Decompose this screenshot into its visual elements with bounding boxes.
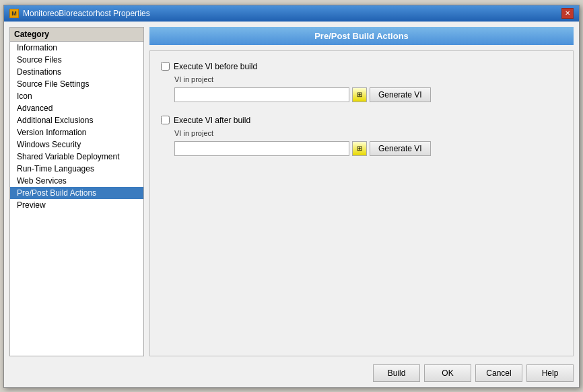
sidebar-item-additional-exclusions[interactable]: Additional Exclusions [10,114,143,126]
sidebar-item-source-file-settings[interactable]: Source File Settings [10,78,143,90]
vi-before-input[interactable] [174,87,349,102]
execute-before-row: Execute VI before build [161,62,562,71]
sidebar-item-shared-variable-deployment[interactable]: Shared Variable Deployment [10,151,143,163]
main-window: M MonitoreoBioreactorhost Properties ✕ C… [3,5,580,388]
browse-icon-after: ⊞ [357,145,362,152]
execute-before-label: Execute VI before build [174,62,257,71]
sidebar-item-icon[interactable]: Icon [10,90,143,102]
title-bar: M MonitoreoBioreactorhost Properties ✕ [4,5,579,22]
vi-after-input[interactable] [174,141,349,156]
title-controls: ✕ [561,8,574,19]
sidebar-item-version-information[interactable]: Version Information [10,126,143,139]
sidebar-item-web-services[interactable]: Web Services [10,175,143,187]
main-content: Category InformationSource FilesDestinat… [9,27,574,356]
window-icon: M [9,9,19,18]
build-button[interactable]: Build [373,364,420,382]
vi-after-input-row: ⊞ Generate VI [174,141,562,156]
browse-icon: ⊞ [357,91,362,98]
execute-before-checkbox[interactable] [161,62,170,71]
after-build-section: Execute VI after build VI in project ⊞ G… [161,116,562,156]
generate-before-button[interactable]: Generate VI [370,87,431,102]
sidebar-item-destinations[interactable]: Destinations [10,66,143,78]
close-button[interactable]: ✕ [561,8,574,19]
sidebar-category: Category [10,28,143,42]
vi-before-browse-button[interactable]: ⊞ [352,87,367,102]
window-body: Category InformationSource FilesDestinat… [4,22,579,387]
right-panel: Pre/Post Build Actions Execute VI before… [149,27,574,356]
help-button[interactable]: Help [526,364,574,382]
footer: Build OK Cancel Help [9,362,574,382]
execute-after-label: Execute VI after build [174,116,250,125]
execute-after-row: Execute VI after build [161,116,562,125]
sidebar-item-information[interactable]: Information [10,42,143,54]
vi-before-label: VI in project [174,75,562,83]
generate-after-button[interactable]: Generate VI [370,141,431,156]
title-bar-left: M MonitoreoBioreactorhost Properties [9,9,150,18]
vi-after-browse-button[interactable]: ⊞ [352,141,367,156]
sidebar: Category InformationSource FilesDestinat… [9,27,144,356]
vi-before-input-row: ⊞ Generate VI [174,87,562,102]
before-build-section: Execute VI before build VI in project ⊞ … [161,62,562,102]
execute-after-checkbox[interactable] [161,116,170,124]
sidebar-item-advanced[interactable]: Advanced [10,102,143,114]
panel-content: Execute VI before build VI in project ⊞ … [149,50,574,356]
window-title: MonitoreoBioreactorhost Properties [23,9,150,18]
sidebar-item-windows-security[interactable]: Windows Security [10,139,143,151]
sidebar-item-preview[interactable]: Preview [10,199,143,211]
sidebar-item-source-files[interactable]: Source Files [10,54,143,66]
sidebar-item-pre-post-build-actions[interactable]: Pre/Post Build Actions [10,187,143,199]
cancel-button[interactable]: Cancel [475,364,522,382]
ok-button[interactable]: OK [424,364,471,382]
vi-after-label: VI in project [174,129,562,137]
sidebar-item-run-time-languages[interactable]: Run-Time Languages [10,163,143,175]
panel-header: Pre/Post Build Actions [149,27,574,45]
